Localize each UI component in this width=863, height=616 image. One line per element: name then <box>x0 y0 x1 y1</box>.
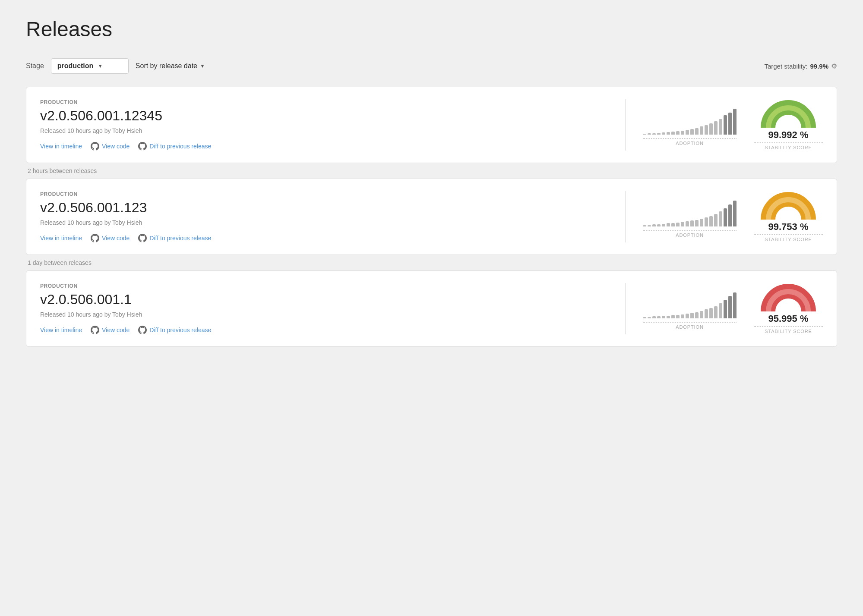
adoption-bar <box>724 115 727 135</box>
release-stage: PRODUCTION <box>40 191 608 197</box>
target-stability-value: 99.9% <box>810 63 828 70</box>
adoption-bar <box>667 316 670 318</box>
adoption-bar <box>700 126 703 135</box>
adoption-bar <box>652 316 656 318</box>
view-in-timeline-link[interactable]: View in timeline <box>40 235 82 242</box>
adoption-bar <box>681 314 684 318</box>
release-info: PRODUCTION v2.0.506.001.12345 Released 1… <box>40 99 608 151</box>
page-title: Releases <box>26 17 837 41</box>
adoption-bar <box>690 220 694 226</box>
adoption-bar <box>671 315 675 318</box>
diff-to-previous-link[interactable]: Diff to previous release <box>138 142 211 151</box>
stage-label: Stage <box>26 62 44 70</box>
adoption-bar <box>714 121 718 135</box>
adoption-bar <box>667 223 670 226</box>
adoption-bar <box>695 128 699 135</box>
release-info: PRODUCTION v2.0.506.001.123 Released 10 … <box>40 191 608 242</box>
view-code-link[interactable]: View code <box>91 234 130 242</box>
adoption-bar <box>709 216 713 226</box>
release-info: PRODUCTION v2.0.506.001.1 Released 10 ho… <box>40 283 608 334</box>
release-card: PRODUCTION v2.0.506.001.12345 Released 1… <box>26 87 837 163</box>
adoption-bar <box>709 308 713 318</box>
target-stability-label: Target stability: <box>764 63 807 70</box>
adoption-bar <box>690 313 694 318</box>
adoption-bar <box>648 133 651 135</box>
adoption-section: ADOPTION <box>643 104 737 146</box>
view-in-timeline-link[interactable]: View in timeline <box>40 327 82 333</box>
adoption-bar <box>733 292 737 318</box>
view-code-link[interactable]: View code <box>91 142 130 151</box>
adoption-bar <box>648 317 651 318</box>
release-version: v2.0.506.001.123 <box>40 200 608 216</box>
adoption-bar <box>705 217 708 226</box>
adoption-bar <box>724 300 727 318</box>
release-meta: Released 10 hours ago by Toby Hsieh <box>40 311 608 318</box>
view-code-link[interactable]: View code <box>91 326 130 334</box>
sort-button[interactable]: Sort by release date ▼ <box>136 62 205 70</box>
toolbar: Stage production ▼ Sort by release date … <box>26 58 837 74</box>
release-card: PRODUCTION v2.0.506.001.1 Released 10 ho… <box>26 270 837 347</box>
adoption-bar <box>700 311 703 318</box>
adoption-label: ADOPTION <box>643 138 737 146</box>
adoption-bar <box>728 204 732 226</box>
adoption-chart <box>643 196 737 226</box>
release-actions: View in timeline View code Diff to previ… <box>40 142 608 151</box>
adoption-bar <box>686 221 689 226</box>
stability-label: STABILITY SCORE <box>754 142 823 150</box>
diff-to-previous-link[interactable]: Diff to previous release <box>138 234 211 242</box>
adoption-bar <box>648 225 651 226</box>
adoption-bar <box>662 316 665 318</box>
release-actions: View in timeline View code Diff to previ… <box>40 234 608 242</box>
adoption-chart <box>643 288 737 318</box>
target-stability: Target stability: 99.9% ⚙ <box>764 62 837 70</box>
stability-gauge <box>760 283 816 311</box>
adoption-chart <box>643 104 737 135</box>
adoption-bar <box>690 129 694 135</box>
adoption-bar <box>643 134 646 135</box>
adoption-bar <box>719 119 722 135</box>
adoption-bar <box>714 214 718 226</box>
time-between-label: 1 day between releases <box>26 259 837 266</box>
adoption-bar <box>643 317 646 318</box>
adoption-bar <box>714 306 718 318</box>
adoption-bar <box>657 224 661 226</box>
adoption-bar <box>657 133 661 135</box>
adoption-bar <box>728 296 732 318</box>
adoption-bar <box>671 132 675 135</box>
adoption-bar <box>686 314 689 318</box>
stage-select[interactable]: production ▼ <box>51 58 129 74</box>
diff-to-previous-link[interactable]: Diff to previous release <box>138 326 211 334</box>
stability-gauge <box>760 192 816 220</box>
adoption-bar <box>667 132 670 135</box>
stability-section: 95.995 % STABILITY SCORE <box>754 283 823 334</box>
release-card: PRODUCTION v2.0.506.001.123 Released 10 … <box>26 179 837 255</box>
adoption-bar <box>652 133 656 135</box>
adoption-bar <box>676 315 680 318</box>
release-version: v2.0.506.001.1 <box>40 292 608 308</box>
gear-icon[interactable]: ⚙ <box>831 62 837 70</box>
adoption-bar <box>681 131 684 135</box>
adoption-section: ADOPTION <box>643 196 737 238</box>
stability-value: 95.995 % <box>768 313 809 324</box>
adoption-bar <box>733 109 737 135</box>
time-between-label: 2 hours between releases <box>26 167 837 174</box>
divider <box>625 191 626 242</box>
chevron-down-icon: ▼ <box>200 63 205 69</box>
adoption-bar <box>733 201 737 226</box>
adoption-bar <box>662 224 665 226</box>
release-actions: View in timeline View code Diff to previ… <box>40 326 608 334</box>
adoption-bar <box>643 225 646 226</box>
stability-label: STABILITY SCORE <box>754 326 823 334</box>
stability-value: 99.992 % <box>768 129 809 141</box>
stability-value: 99.753 % <box>768 221 809 233</box>
adoption-bar <box>705 309 708 318</box>
stability-section: 99.753 % STABILITY SCORE <box>754 192 823 242</box>
adoption-bar <box>709 123 713 135</box>
release-meta: Released 10 hours ago by Toby Hsieh <box>40 219 608 226</box>
view-in-timeline-link[interactable]: View in timeline <box>40 143 82 150</box>
adoption-bar <box>657 316 661 318</box>
adoption-label: ADOPTION <box>643 230 737 238</box>
release-version: v2.0.506.001.12345 <box>40 108 608 124</box>
chevron-down-icon: ▼ <box>98 63 103 69</box>
adoption-bar <box>705 125 708 135</box>
